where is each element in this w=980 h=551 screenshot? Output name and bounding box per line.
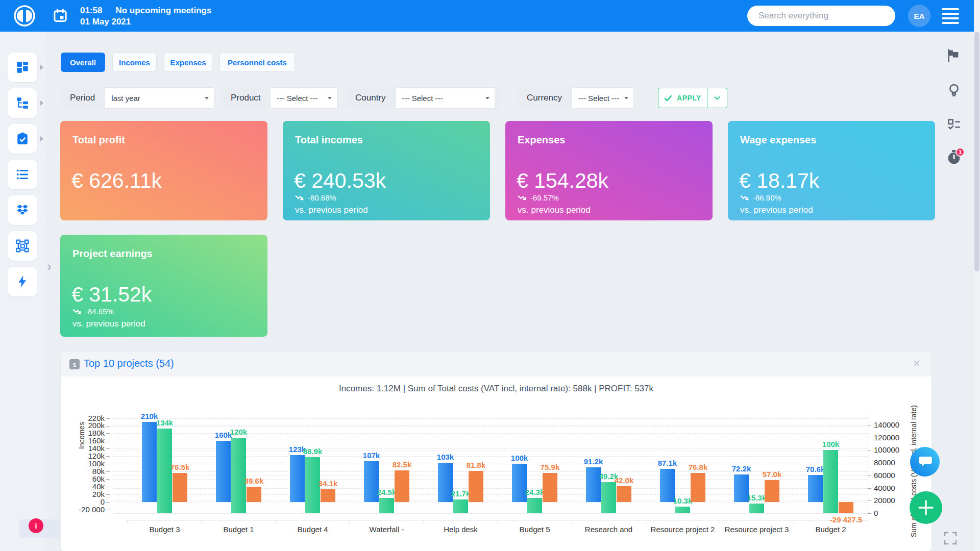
bar-profit[interactable]	[839, 502, 853, 513]
caret-down-icon	[624, 97, 628, 99]
scrollbar-track[interactable]	[974, 0, 980, 551]
plus-icon	[918, 500, 934, 515]
filter-select-currency[interactable]: --- Select ---	[571, 87, 634, 109]
y-axis-title-left: Incomes	[78, 422, 86, 449]
caret-down-icon	[328, 97, 332, 99]
chart-card-header: s Top 10 projects (54) ×	[61, 352, 932, 377]
bar-profit[interactable]	[173, 473, 187, 502]
chart-title[interactable]: Top 10 projects (54)	[84, 358, 174, 369]
sidebar-item-dashboard[interactable]	[8, 53, 37, 82]
apply-button[interactable]: APPLY	[658, 88, 727, 108]
scrollbar-thumb[interactable]	[974, 32, 979, 271]
filter-select-country[interactable]: --- Select ---	[395, 87, 495, 109]
avatar[interactable]: EA	[908, 5, 930, 27]
filter-label: Country	[346, 93, 395, 103]
bar-profit[interactable]	[617, 486, 631, 502]
y-axis-tick-left: -20 000	[74, 505, 105, 514]
fullscreen-icon[interactable]	[944, 532, 957, 545]
filter-select-product[interactable]: --- Select ---	[270, 87, 337, 109]
x-axis-category: Budget 1	[202, 525, 276, 534]
search-input[interactable]	[747, 6, 895, 26]
apply-button-main[interactable]: APPLY	[658, 88, 707, 108]
bar-sum[interactable]	[527, 498, 542, 513]
check-icon	[664, 94, 673, 102]
kpi-title: Expenses	[518, 134, 565, 146]
bar-value-label: 39.6k	[236, 477, 273, 485]
bar-profit[interactable]	[247, 487, 261, 502]
kpi-card-total-profit[interactable]: Total profit€ 626.11k	[60, 121, 267, 220]
filter-label: Product	[222, 93, 270, 103]
bar-sum[interactable]	[749, 504, 764, 513]
dropbox-icon	[16, 204, 29, 217]
chat-fab[interactable]	[910, 447, 940, 477]
tab-incomes[interactable]: Incomes	[112, 53, 157, 72]
info-hint-area: i	[19, 519, 60, 538]
apply-dropdown-toggle[interactable]	[707, 88, 727, 108]
bullet-list-icon	[16, 168, 29, 181]
bar-incomes[interactable]	[216, 441, 231, 502]
sidebar-item-automation[interactable]	[8, 267, 37, 296]
sidebar-item-list[interactable]	[8, 160, 37, 189]
bar-profit[interactable]	[691, 473, 705, 502]
bar-incomes[interactable]	[808, 475, 823, 502]
kpi-trend-caption: vs. previous period	[740, 205, 813, 215]
add-fab[interactable]	[910, 491, 942, 524]
bar-sum[interactable]	[823, 450, 838, 513]
y-axis-tick-right: 40000	[874, 484, 895, 492]
kpi-card-expenses[interactable]: Expenses€ 154.28k-69.57%vs. previous per…	[505, 121, 713, 220]
tab-personnel-costs[interactable]: Personnel costs	[219, 53, 295, 72]
close-icon[interactable]: ×	[913, 356, 920, 370]
kpi-title: Project earnings	[72, 248, 153, 260]
sidebar-item-tasks[interactable]	[8, 124, 37, 154]
bar-sum[interactable]	[453, 499, 468, 513]
kpi-value: € 18.17k	[739, 169, 819, 193]
y-axis-tick-right: 80000	[874, 458, 895, 467]
tab-expenses[interactable]: Expenses	[164, 53, 212, 72]
sidebar-expand-chevron[interactable]: ›	[47, 260, 52, 273]
sidebar-item-frame[interactable]	[8, 231, 37, 261]
kpi-card-wage-expenses[interactable]: Wage expenses€ 18.17k-86.90%vs. previous…	[728, 121, 935, 220]
filter-currency: Currency--- Select ---	[518, 87, 631, 109]
bar-value-label: 100k	[501, 454, 538, 462]
sidebar-item-dropbox[interactable]	[8, 195, 37, 225]
bar-sum[interactable]	[601, 482, 616, 513]
bar-chart: 220k200k180k160k140k120k100k80k60k40k20k…	[128, 412, 868, 535]
bar-profit[interactable]	[469, 471, 483, 502]
info-icon[interactable]: i	[29, 518, 43, 533]
y-axis-tick-right: 120000	[874, 433, 899, 442]
kpi-trend: -86.90%	[740, 193, 781, 202]
sidebar-item-tree[interactable]	[8, 88, 37, 118]
calendar-icon[interactable]	[53, 9, 67, 23]
kpi-title: Total incomes	[295, 134, 363, 146]
filter-select-period[interactable]: last year	[104, 87, 214, 109]
caret-down-icon	[485, 97, 489, 99]
bar-incomes[interactable]	[142, 422, 157, 502]
chat-bubble-icon	[917, 454, 933, 469]
checklist-icon[interactable]	[947, 117, 961, 132]
kpi-trend-caption: vs. previous period	[518, 205, 591, 215]
clipboard-check-icon	[16, 132, 29, 145]
bar-profit[interactable]	[395, 470, 409, 502]
bar-sum[interactable]	[675, 507, 690, 513]
menu-icon[interactable]	[942, 8, 959, 23]
bar-profit[interactable]	[543, 473, 557, 502]
bar-value-label: 75.9k	[532, 463, 569, 471]
filter-country: Country--- Select ---	[346, 87, 500, 109]
bar-profit[interactable]	[321, 489, 335, 503]
bar-sum[interactable]	[379, 498, 394, 513]
trend-down-icon	[295, 194, 304, 202]
tab-overall[interactable]: Overall	[61, 53, 105, 72]
kpi-card-total-incomes[interactable]: Total incomes€ 240.53k-80.68%vs. previou…	[283, 121, 490, 220]
bar-value-label: 82.5k	[384, 460, 421, 469]
bar-incomes[interactable]	[290, 455, 305, 502]
kpi-card-project-earnings[interactable]: Project earnings€ 31.52k-84.65%vs. previ…	[60, 235, 267, 337]
flag-icon[interactable]	[946, 48, 961, 63]
x-axis-category: Budget 4	[276, 525, 350, 534]
lightning-icon	[16, 275, 29, 288]
app-logo-icon[interactable]	[13, 5, 36, 27]
bar-sum[interactable]	[231, 438, 246, 513]
y-axis-tick-right: 20000	[874, 496, 895, 505]
bar-value-label: 134k	[146, 418, 183, 427]
bar-profit[interactable]	[765, 480, 779, 502]
lightbulb-icon[interactable]	[947, 83, 961, 97]
